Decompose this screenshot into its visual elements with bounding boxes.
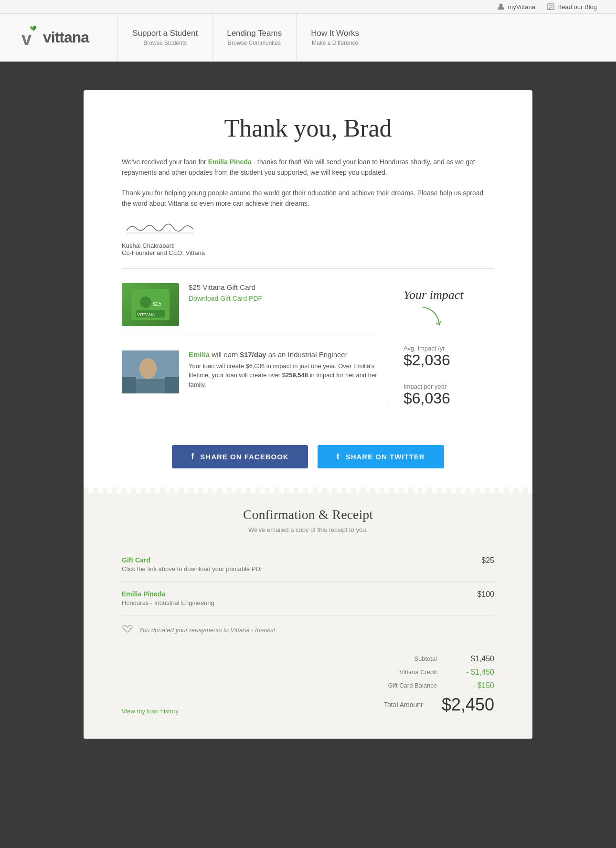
total-final-row: Total Amount $2,450 bbox=[356, 695, 494, 715]
student-photo-placeholder: VITTANA $25 bbox=[131, 289, 170, 320]
receipt-title: Confirmation & Receipt bbox=[122, 507, 494, 522]
totals-area: Subtotal $1,450 Vittana Credit - $1,450 … bbox=[122, 655, 494, 690]
signature-area bbox=[122, 219, 494, 237]
nav-lending-teams-main: Lending Teams bbox=[227, 29, 282, 38]
receipt-subtitle: We've emailed a copy of this receipt to … bbox=[122, 526, 494, 533]
signer-title: Co-Founder and CEO, Vittana bbox=[122, 249, 494, 256]
cards-left: VITTANA $25 $25 Vittana Gift Card Downlo… bbox=[122, 283, 389, 403]
logo-text: vittana bbox=[43, 29, 89, 46]
thank-you-paragraph2: Thank you for helping young people aroun… bbox=[122, 188, 494, 209]
svg-rect-15 bbox=[122, 377, 136, 393]
receipt-gift-card-amount: $25 bbox=[481, 556, 494, 565]
thank-you-title: Thank you, Brad bbox=[122, 114, 494, 142]
avg-impact-stat: Avg. Impact /yr $2,036 bbox=[404, 345, 494, 369]
student-image bbox=[122, 350, 179, 393]
impact-row: VITTANA $25 $25 Vittana Gift Card Downlo… bbox=[122, 283, 494, 407]
thank-you-paragraph1: We've received your loan for Emilia Pine… bbox=[122, 157, 494, 178]
gift-card-balance-row: Gift Card Balance - $150 bbox=[122, 681, 494, 690]
gift-card-title: $25 Vittana Gift Card bbox=[189, 283, 379, 291]
yearly-impact-stat: Impact per year $6,036 bbox=[404, 383, 494, 407]
nav-support-student-main: Support a Student bbox=[132, 29, 198, 38]
blog-icon bbox=[547, 3, 554, 11]
nav-lending-teams[interactable]: Lending Teams Browse Communites bbox=[212, 14, 296, 61]
receipt-gift-card-desc: Click the link above to download your pr… bbox=[122, 565, 264, 572]
impact-right: Your impact Avg. Impact /yr $2,036 Impac… bbox=[389, 283, 494, 407]
nav-how-it-works-main: How It Works bbox=[311, 29, 359, 38]
svg-text:v: v bbox=[21, 29, 32, 49]
gift-card-balance-label: Gift Card Balance bbox=[370, 682, 437, 689]
impact-per-year-label: Impact per year bbox=[404, 383, 494, 390]
read-blog-label: Read our Blog bbox=[557, 3, 597, 11]
gift-card-image: VITTANA $25 bbox=[122, 283, 179, 326]
download-pdf-link[interactable]: Download Gift Card PDF bbox=[189, 295, 262, 302]
share-twitter-label: SHARE ON TWITTER bbox=[346, 453, 425, 461]
gift-card-item: VITTANA $25 $25 Vittana Gift Card Downlo… bbox=[122, 283, 379, 336]
gift-card-info: $25 Vittana Gift Card Download Gift Card… bbox=[189, 283, 379, 303]
vittana-credit-row: Vittana Credit - $1,450 bbox=[122, 668, 494, 677]
svg-rect-14 bbox=[131, 379, 165, 393]
donate-text: You donated your repayments to Vittana -… bbox=[139, 626, 275, 634]
top-bar: myVittana Read our Blog bbox=[0, 0, 616, 14]
zigzag-bottom bbox=[84, 753, 532, 767]
avg-impact-value: $2,036 bbox=[404, 352, 494, 369]
my-vittana-label: myVittana bbox=[508, 3, 535, 11]
receipt-gift-card-title: Gift Card bbox=[122, 556, 264, 564]
thank-you-section: Thank you, Brad We've received your loan… bbox=[84, 90, 532, 426]
svg-point-8 bbox=[140, 297, 151, 308]
navigation: v vittana Support a Student Browse Stude… bbox=[0, 14, 616, 62]
receipt-gift-card-item: Gift Card Click the link above to downlo… bbox=[122, 548, 494, 582]
subtotal-row: Subtotal $1,450 bbox=[122, 655, 494, 663]
gift-card-balance-value: - $150 bbox=[456, 681, 494, 690]
student-card-info: Emilia will earn $17/day as an Industria… bbox=[189, 350, 379, 390]
nav-support-student-sub: Browse Students bbox=[143, 40, 187, 46]
nav-lending-teams-sub: Browse Communites bbox=[228, 40, 281, 46]
student-photo bbox=[122, 350, 179, 393]
twitter-icon: t bbox=[337, 452, 340, 462]
facebook-icon: f bbox=[191, 452, 194, 462]
svg-text:VITTANA: VITTANA bbox=[137, 312, 155, 317]
svg-rect-16 bbox=[165, 377, 179, 393]
total-amount-value: $2,450 bbox=[442, 695, 494, 715]
receipt-student-desc: Honduras - Industrial Engineering bbox=[122, 599, 214, 606]
impact-per-year-value: $6,036 bbox=[404, 390, 494, 407]
student-name-highlight: Emilia Pineda bbox=[208, 158, 252, 166]
svg-point-13 bbox=[139, 358, 157, 379]
receipt-student-title: Emilia Pineda bbox=[122, 590, 214, 598]
nav-how-it-works-sub: Make a Difference bbox=[312, 40, 358, 46]
share-twitter-button[interactable]: t SHARE ON TWITTER bbox=[318, 445, 444, 468]
logo[interactable]: v vittana bbox=[19, 23, 89, 52]
vittana-credit-label: Vittana Credit bbox=[370, 668, 437, 676]
student-card-desc: Your loan will create $6,036 in impact i… bbox=[189, 361, 379, 390]
total-amount-label: Total Amount bbox=[356, 701, 423, 709]
subtotal-label: Subtotal bbox=[370, 655, 437, 662]
view-history-link[interactable]: View my loan history bbox=[122, 708, 179, 715]
share-facebook-button[interactable]: f SHARE ON FACEBOOK bbox=[172, 445, 308, 468]
vittana-credit-value: - $1,450 bbox=[456, 668, 494, 677]
impact-arrow-icon bbox=[418, 305, 446, 329]
signer-name: Kushal Chakrabarti bbox=[122, 242, 494, 249]
zigzag-svg bbox=[84, 753, 532, 767]
main-card: Thank you, Brad We've received your loan… bbox=[84, 90, 532, 739]
read-blog-link[interactable]: Read our Blog bbox=[547, 3, 597, 11]
share-buttons: f SHARE ON FACEBOOK t SHARE ON TWITTER bbox=[84, 426, 532, 488]
nav-support-student[interactable]: Support a Student Browse Students bbox=[117, 14, 212, 61]
donate-heart-icon bbox=[122, 624, 133, 636]
avg-impact-label: Avg. Impact /yr bbox=[404, 345, 494, 352]
signature-image bbox=[122, 219, 198, 235]
receipt-donate-row: You donated your repayments to Vittana -… bbox=[122, 615, 494, 645]
receipt-section: Confirmation & Receipt We've emailed a c… bbox=[84, 488, 532, 739]
your-impact-label: Your impact bbox=[404, 288, 494, 302]
receipt-student-amount: $100 bbox=[477, 590, 494, 599]
logo-icon: v bbox=[19, 23, 43, 52]
my-vittana-link[interactable]: myVittana bbox=[497, 3, 535, 11]
receipt-bottom-row: View my loan history Total Amount $2,450 bbox=[122, 695, 494, 715]
student-card-item: Emilia will earn $17/day as an Industria… bbox=[122, 341, 379, 403]
receipt-student-item: Emilia Pineda Honduras - Industrial Engi… bbox=[122, 582, 494, 615]
impact-arrow bbox=[418, 305, 494, 330]
nav-items: Support a Student Browse Students Lendin… bbox=[117, 14, 373, 61]
svg-text:$25: $25 bbox=[153, 301, 161, 307]
share-facebook-label: SHARE ON FACEBOOK bbox=[200, 453, 288, 461]
nav-how-it-works[interactable]: How It Works Make a Difference bbox=[296, 14, 373, 61]
person-icon bbox=[497, 3, 505, 11]
subtotal-value: $1,450 bbox=[456, 655, 494, 663]
